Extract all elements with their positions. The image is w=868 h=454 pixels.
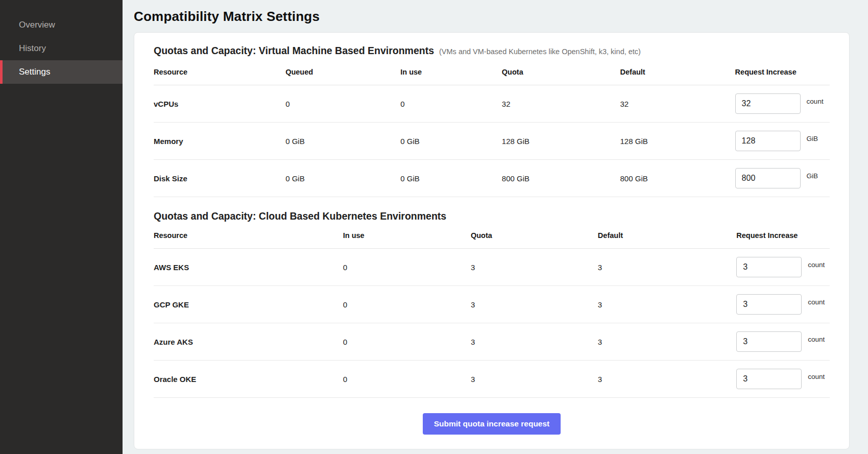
resource-name: Oracle OKE <box>154 361 343 398</box>
cloud-section-header: Quotas and Capacity: Cloud Based Kuberne… <box>154 210 830 222</box>
quota-value: 3 <box>471 323 598 361</box>
cloud-quota-table: Resource In use Quota Default Request In… <box>154 230 830 398</box>
sidebar-item-history[interactable]: History <box>0 37 123 60</box>
request-increase-control: count <box>736 257 830 277</box>
request-increase-input[interactable] <box>735 131 801 151</box>
request-increase-input[interactable] <box>736 331 802 352</box>
cloud-table-header: Resource In use Quota Default Request In… <box>154 230 830 249</box>
col-header-default: Default <box>620 67 735 85</box>
table-row: Memory 0 GiB 0 GiB 128 GiB 128 GiB GiB <box>154 123 830 160</box>
quota-value: 128 GiB <box>502 123 620 160</box>
quota-value: 3 <box>471 361 598 398</box>
vm-table-header: Resource Queued In use Quota Default Req… <box>154 67 830 85</box>
request-increase-input[interactable] <box>735 93 801 114</box>
table-row: Oracle OKE 0 3 3 count <box>154 361 830 398</box>
in-use-value: 0 <box>343 249 471 286</box>
queued-value: 0 <box>285 85 400 123</box>
in-use-value: 0 GiB <box>400 160 502 197</box>
col-header-default: Default <box>598 230 736 249</box>
in-use-value: 0 <box>400 85 502 123</box>
submit-row: Submit quota increase request <box>154 413 830 435</box>
unit-label: count <box>808 261 825 269</box>
request-increase-control: count <box>736 331 830 352</box>
table-row: AWS EKS 0 3 3 count <box>154 249 830 286</box>
resource-name: Memory <box>154 123 285 160</box>
unit-label: GiB <box>807 172 818 180</box>
main-content: Compatibility Matrix Settings Quotas and… <box>123 0 868 454</box>
col-header-in-use: In use <box>400 67 502 85</box>
quota-value: 800 GiB <box>502 160 620 197</box>
in-use-value: 0 GiB <box>400 123 502 160</box>
col-header-request-increase: Request Increase <box>736 230 830 249</box>
unit-label: count <box>808 298 825 306</box>
request-increase-cell: count <box>735 85 830 123</box>
cloud-table-body: AWS EKS 0 3 3 count GCP GKE 0 3 3 count … <box>154 249 830 398</box>
col-header-in-use: In use <box>343 230 471 249</box>
resource-name: Azure AKS <box>154 323 343 361</box>
col-header-quota: Quota <box>471 230 598 249</box>
resource-name: Disk Size <box>154 160 285 197</box>
table-row: Disk Size 0 GiB 0 GiB 800 GiB 800 GiB Gi… <box>154 160 830 197</box>
resource-name: AWS EKS <box>154 249 343 286</box>
request-increase-input[interactable] <box>736 369 802 389</box>
unit-label: count <box>808 336 825 343</box>
sidebar-item-label: Overview <box>19 20 55 30</box>
cloud-quotas-section: Quotas and Capacity: Cloud Based Kuberne… <box>154 210 830 398</box>
request-increase-cell: count <box>736 361 830 398</box>
sidebar: Overview History Settings <box>0 0 123 454</box>
sidebar-item-label: Settings <box>19 67 50 77</box>
unit-label: GiB <box>807 135 818 142</box>
cloud-section-title: Quotas and Capacity: Cloud Based Kuberne… <box>154 210 446 222</box>
settings-card: Quotas and Capacity: Virtual Machine Bas… <box>134 32 850 449</box>
request-increase-cell: count <box>736 249 830 286</box>
queued-value: 0 GiB <box>285 123 400 160</box>
submit-quota-increase-button[interactable]: Submit quota increase request <box>423 413 561 435</box>
request-increase-input[interactable] <box>736 294 802 315</box>
default-value: 3 <box>598 323 736 361</box>
in-use-value: 0 <box>343 361 471 398</box>
vm-quota-table: Resource Queued In use Quota Default Req… <box>154 67 830 197</box>
sidebar-nav: Overview History Settings <box>0 13 123 84</box>
col-header-resource: Resource <box>154 230 343 249</box>
resource-name: GCP GKE <box>154 286 343 323</box>
request-increase-cell: GiB <box>735 123 830 160</box>
request-increase-control: GiB <box>735 131 830 151</box>
vm-quotas-section: Quotas and Capacity: Virtual Machine Bas… <box>154 45 830 197</box>
unit-label: count <box>807 98 824 105</box>
vm-section-header: Quotas and Capacity: Virtual Machine Bas… <box>154 45 830 57</box>
sidebar-item-label: History <box>19 43 46 54</box>
in-use-value: 0 <box>343 323 471 361</box>
col-header-request-increase: Request Increase <box>735 67 830 85</box>
sidebar-item-settings[interactable]: Settings <box>0 60 123 84</box>
request-increase-cell: count <box>736 286 830 323</box>
col-header-resource: Resource <box>154 67 285 85</box>
default-value: 3 <box>598 249 736 286</box>
table-row: GCP GKE 0 3 3 count <box>154 286 830 323</box>
request-increase-control: count <box>736 294 830 315</box>
sidebar-item-overview[interactable]: Overview <box>0 13 123 37</box>
request-increase-input[interactable] <box>736 257 802 277</box>
quota-value: 3 <box>471 249 598 286</box>
table-row: Azure AKS 0 3 3 count <box>154 323 830 361</box>
default-value: 800 GiB <box>620 160 735 197</box>
queued-value: 0 GiB <box>285 160 400 197</box>
request-increase-input[interactable] <box>735 168 801 188</box>
default-value: 3 <box>598 286 736 323</box>
quota-value: 32 <box>502 85 620 123</box>
default-value: 128 GiB <box>620 123 735 160</box>
vm-section-subtitle: (VMs and VM-based Kubernetes like OpenSh… <box>439 47 641 56</box>
vm-table-body: vCPUs 0 0 32 32 count Memory 0 GiB 0 GiB… <box>154 85 830 197</box>
page-title: Compatibility Matrix Settings <box>134 9 850 25</box>
page-header: Compatibility Matrix Settings <box>123 0 868 32</box>
default-value: 32 <box>620 85 735 123</box>
request-increase-control: GiB <box>735 168 830 188</box>
col-header-quota: Quota <box>502 67 620 85</box>
request-increase-control: count <box>736 369 830 389</box>
unit-label: count <box>808 373 825 380</box>
default-value: 3 <box>598 361 736 398</box>
quota-value: 3 <box>471 286 598 323</box>
table-row: vCPUs 0 0 32 32 count <box>154 85 830 123</box>
vm-section-title: Quotas and Capacity: Virtual Machine Bas… <box>154 45 434 57</box>
request-increase-control: count <box>735 93 830 114</box>
request-increase-cell: GiB <box>735 160 830 197</box>
